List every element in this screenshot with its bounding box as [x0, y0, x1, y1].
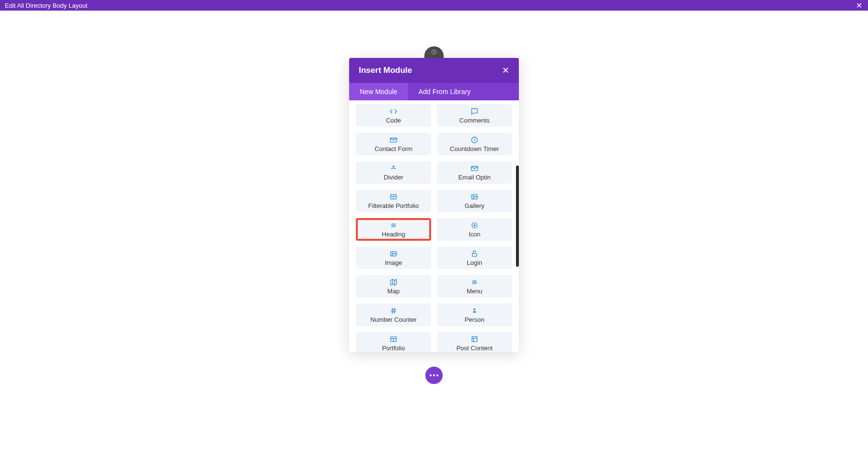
module-label: Post Content [456, 345, 492, 351]
module-portfolio[interactable]: Portfolio [356, 332, 431, 352]
top-bar: Edit All Directory Body Layout ✕ [0, 0, 868, 11]
module-post-content[interactable]: Post Content [437, 332, 512, 352]
tab-new-module[interactable]: New Module [349, 83, 408, 100]
dots-icon [430, 374, 438, 376]
svg-marker-19 [391, 279, 396, 285]
image-icon [390, 250, 397, 258]
module-label: Login [467, 260, 482, 266]
module-map[interactable]: Map [356, 275, 431, 298]
modal-title: Insert Module [359, 66, 412, 75]
module-comments[interactable]: Comments [437, 104, 512, 127]
hashtag-icon [390, 307, 397, 315]
lock-icon [471, 250, 478, 258]
divider-icon [390, 165, 397, 172]
person-icon [471, 307, 478, 315]
module-label: Gallery [464, 203, 484, 209]
heading-icon [390, 221, 397, 229]
tab-add-from-library[interactable]: Add From Library [408, 83, 481, 100]
map-icon [390, 278, 397, 286]
svg-point-15 [474, 224, 475, 226]
page-title: Edit All Directory Body Layout [5, 2, 87, 9]
module-label: Divider [384, 174, 403, 180]
module-grid: Code Comments Contact Form [356, 104, 512, 352]
target-icon [471, 221, 478, 229]
svg-line-27 [392, 308, 393, 314]
module-person[interactable]: Person [437, 303, 512, 326]
svg-point-17 [392, 252, 393, 253]
module-image[interactable]: Image [356, 247, 431, 269]
image-icon [471, 193, 478, 201]
module-label: Comments [460, 117, 490, 124]
svg-point-10 [473, 195, 474, 196]
module-label: Image [385, 260, 402, 266]
module-label: Contact Form [375, 146, 413, 152]
module-divider[interactable]: Divider [356, 161, 431, 184]
module-label: Person [464, 316, 484, 323]
module-label: Countdown Timer [450, 146, 499, 152]
modal-body: Code Comments Contact Form [349, 100, 519, 352]
module-number-counter[interactable]: Number Counter [356, 303, 431, 326]
code-icon [390, 108, 397, 115]
module-code[interactable]: Code [356, 104, 431, 127]
menu-icon [471, 278, 478, 286]
module-email-optin[interactable]: Email Optin [437, 161, 512, 184]
module-label: Menu [467, 288, 483, 294]
module-label: Filterable Portfolio [368, 203, 419, 209]
module-icon[interactable]: Icon [437, 218, 512, 241]
svg-line-28 [394, 308, 394, 314]
module-filterable-portfolio[interactable]: Filterable Portfolio [356, 190, 431, 212]
module-heading[interactable]: Heading [356, 218, 431, 241]
envelope-icon [471, 165, 478, 172]
module-countdown-timer[interactable]: Countdown Timer [437, 133, 512, 155]
svg-rect-33 [472, 336, 477, 342]
fab-more-button[interactable] [425, 367, 443, 384]
module-menu[interactable]: Menu [437, 275, 512, 298]
insert-module-modal: Insert Module ✕ New Module Add From Libr… [349, 58, 519, 352]
grid-icon [390, 335, 397, 343]
module-label: Icon [469, 231, 481, 237]
svg-point-29 [474, 308, 475, 310]
modal-header: Insert Module ✕ [349, 58, 519, 83]
close-icon[interactable]: ✕ [856, 1, 862, 10]
module-label: Email Optin [458, 174, 490, 180]
floating-tab[interactable] [424, 46, 444, 58]
module-label: Portfolio [382, 345, 405, 351]
modal-tabs: New Module Add From Library [349, 83, 519, 100]
modal-close-icon[interactable]: ✕ [502, 65, 509, 76]
module-label: Number Counter [370, 316, 417, 323]
scrollbar[interactable] [516, 165, 519, 267]
module-label: Map [387, 288, 399, 294]
content-icon [471, 335, 478, 343]
module-login[interactable]: Login [437, 247, 512, 269]
svg-rect-18 [472, 253, 476, 256]
module-contact-form[interactable]: Contact Form [356, 133, 431, 155]
module-label: Heading [382, 231, 405, 237]
grid-icon [390, 193, 397, 201]
comments-icon [471, 108, 478, 115]
envelope-icon [390, 136, 397, 144]
clock-icon [471, 136, 478, 144]
module-gallery[interactable]: Gallery [437, 190, 512, 212]
module-label: Code [386, 117, 401, 124]
